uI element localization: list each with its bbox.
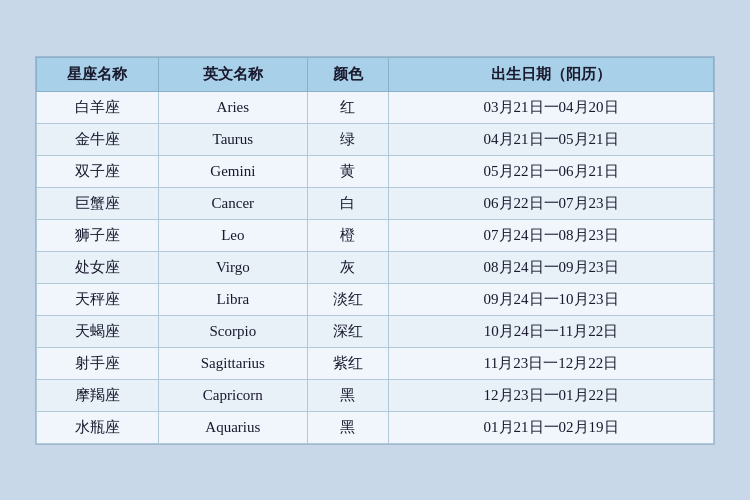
table-row: 巨蟹座Cancer白06月22日一07月23日: [37, 187, 714, 219]
cell-dates: 01月21日一02月19日: [389, 411, 714, 443]
cell-color: 黑: [307, 411, 388, 443]
cell-color: 绿: [307, 123, 388, 155]
table-row: 射手座Sagittarius紫红11月23日一12月22日: [37, 347, 714, 379]
header-color: 颜色: [307, 57, 388, 91]
cell-en-name: Capricorn: [158, 379, 307, 411]
table-row: 水瓶座Aquarius黑01月21日一02月19日: [37, 411, 714, 443]
cell-en-name: Libra: [158, 283, 307, 315]
cell-color: 黑: [307, 379, 388, 411]
cell-en-name: Cancer: [158, 187, 307, 219]
cell-color: 黄: [307, 155, 388, 187]
cell-dates: 05月22日一06月21日: [389, 155, 714, 187]
header-en-name: 英文名称: [158, 57, 307, 91]
cell-dates: 08月24日一09月23日: [389, 251, 714, 283]
cell-zh-name: 白羊座: [37, 91, 159, 123]
table-row: 天秤座Libra淡红09月24日一10月23日: [37, 283, 714, 315]
cell-dates: 10月24日一11月22日: [389, 315, 714, 347]
table-row: 摩羯座Capricorn黑12月23日一01月22日: [37, 379, 714, 411]
cell-dates: 12月23日一01月22日: [389, 379, 714, 411]
cell-color: 灰: [307, 251, 388, 283]
cell-color: 深红: [307, 315, 388, 347]
cell-dates: 09月24日一10月23日: [389, 283, 714, 315]
table-body: 白羊座Aries红03月21日一04月20日金牛座Taurus绿04月21日一0…: [37, 91, 714, 443]
cell-en-name: Virgo: [158, 251, 307, 283]
table-row: 双子座Gemini黄05月22日一06月21日: [37, 155, 714, 187]
cell-dates: 04月21日一05月21日: [389, 123, 714, 155]
cell-dates: 03月21日一04月20日: [389, 91, 714, 123]
cell-zh-name: 金牛座: [37, 123, 159, 155]
table-row: 金牛座Taurus绿04月21日一05月21日: [37, 123, 714, 155]
cell-zh-name: 狮子座: [37, 219, 159, 251]
cell-color: 红: [307, 91, 388, 123]
cell-zh-name: 天秤座: [37, 283, 159, 315]
cell-zh-name: 摩羯座: [37, 379, 159, 411]
cell-zh-name: 射手座: [37, 347, 159, 379]
cell-en-name: Sagittarius: [158, 347, 307, 379]
table-row: 天蝎座Scorpio深红10月24日一11月22日: [37, 315, 714, 347]
cell-zh-name: 天蝎座: [37, 315, 159, 347]
cell-color: 橙: [307, 219, 388, 251]
cell-en-name: Scorpio: [158, 315, 307, 347]
cell-dates: 07月24日一08月23日: [389, 219, 714, 251]
header-zh-name: 星座名称: [37, 57, 159, 91]
cell-en-name: Aries: [158, 91, 307, 123]
cell-zh-name: 双子座: [37, 155, 159, 187]
table-header-row: 星座名称 英文名称 颜色 出生日期（阳历）: [37, 57, 714, 91]
cell-color: 白: [307, 187, 388, 219]
cell-en-name: Gemini: [158, 155, 307, 187]
cell-color: 紫红: [307, 347, 388, 379]
cell-zh-name: 巨蟹座: [37, 187, 159, 219]
cell-color: 淡红: [307, 283, 388, 315]
table-row: 狮子座Leo橙07月24日一08月23日: [37, 219, 714, 251]
cell-zh-name: 处女座: [37, 251, 159, 283]
table-row: 处女座Virgo灰08月24日一09月23日: [37, 251, 714, 283]
cell-dates: 11月23日一12月22日: [389, 347, 714, 379]
cell-dates: 06月22日一07月23日: [389, 187, 714, 219]
cell-en-name: Leo: [158, 219, 307, 251]
table-row: 白羊座Aries红03月21日一04月20日: [37, 91, 714, 123]
zodiac-table-container: 星座名称 英文名称 颜色 出生日期（阳历） 白羊座Aries红03月21日一04…: [35, 56, 715, 445]
header-date-range: 出生日期（阳历）: [389, 57, 714, 91]
cell-en-name: Aquarius: [158, 411, 307, 443]
cell-en-name: Taurus: [158, 123, 307, 155]
zodiac-table: 星座名称 英文名称 颜色 出生日期（阳历） 白羊座Aries红03月21日一04…: [36, 57, 714, 444]
cell-zh-name: 水瓶座: [37, 411, 159, 443]
